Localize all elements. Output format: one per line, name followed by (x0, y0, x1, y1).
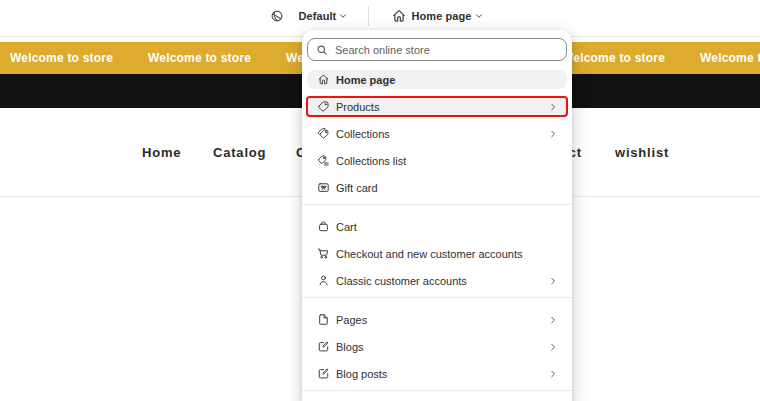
collections-icon (316, 127, 330, 140)
locale-selector-label: Default (298, 10, 336, 22)
globe-icon (270, 9, 284, 23)
page-picker-popover: Home pageProductsCollectionsCollections … (302, 30, 572, 401)
blog-icon (316, 340, 330, 353)
menu-item-label: Products (336, 101, 379, 113)
template-selector-label: Home page (411, 10, 471, 22)
menu-item-label: Pages (336, 314, 367, 326)
menu-item-blogs[interactable]: Blogs (307, 337, 567, 356)
menu-item-checkout-and-new-customer-accounts[interactable]: Checkout and new customer accounts (307, 244, 567, 263)
chevron-down-icon (474, 11, 484, 21)
menu-item-label: Gift card (336, 182, 378, 194)
chevron-right-icon (548, 342, 558, 352)
menu-item-label: Classic customer accounts (336, 275, 467, 287)
menu-item-label: Collections list (336, 155, 406, 167)
locale-selector-button[interactable]: Default (270, 2, 348, 30)
menu-item-label: Cart (336, 221, 357, 233)
nav-item-wishlist[interactable]: wishlist (615, 145, 669, 160)
nav-item-catalog[interactable]: Catalog (213, 145, 266, 160)
template-selector-button[interactable]: Home page (388, 2, 483, 30)
search-icon (316, 44, 328, 56)
nav-item-home[interactable]: Home (142, 145, 181, 160)
menu-item-label: Collections (336, 128, 390, 140)
customizer-screen: Default Home page (0, 0, 760, 401)
bag-icon (316, 220, 330, 233)
toolbar-divider (368, 6, 369, 26)
menu-item-classic-customer-accounts[interactable]: Classic customer accounts (307, 271, 567, 290)
blog-post-icon (316, 367, 330, 380)
chevron-right-icon (548, 369, 558, 379)
menu-item-label: Blog posts (336, 368, 387, 380)
menu-item-collections[interactable]: Collections (307, 124, 567, 143)
menu-item-cart[interactable]: Cart (307, 217, 567, 236)
home-icon (316, 73, 330, 86)
chevron-right-icon (548, 276, 558, 286)
menu-item-products[interactable]: Products (307, 97, 567, 116)
announcement-text: Welcome to store (10, 51, 113, 65)
announcement-text: Welcome to store (148, 51, 251, 65)
chevron-right-icon (548, 102, 558, 112)
person-icon (316, 274, 330, 287)
search-input[interactable] (335, 44, 558, 56)
cart-icon (316, 247, 330, 260)
tag-icon (316, 100, 330, 113)
chevron-right-icon (548, 129, 558, 139)
search-box[interactable] (307, 38, 567, 61)
menu-item-blog-posts[interactable]: Blog posts (307, 364, 567, 383)
home-icon (391, 8, 407, 24)
announcement-text: Welcome to store (562, 51, 665, 65)
menu-divider (302, 297, 572, 298)
gift-card-icon (316, 181, 330, 194)
menu-item-home-page[interactable]: Home page (307, 70, 567, 89)
menu-item-pages[interactable]: Pages (307, 310, 567, 329)
menu-item-collections-list[interactable]: Collections list (307, 151, 567, 170)
menu-divider (302, 204, 572, 205)
menu-divider (302, 390, 572, 391)
menu-item-label: Home page (336, 74, 395, 86)
chevron-down-icon (338, 11, 348, 21)
menu-item-label: Checkout and new customer accounts (336, 248, 523, 260)
page-icon (316, 313, 330, 326)
menu-item-label: Blogs (336, 341, 364, 353)
chevron-right-icon (548, 315, 558, 325)
collections-list-icon (316, 154, 330, 167)
menu-item-gift-card[interactable]: Gift card (307, 178, 567, 197)
announcement-text: Welcome to store (700, 51, 760, 65)
